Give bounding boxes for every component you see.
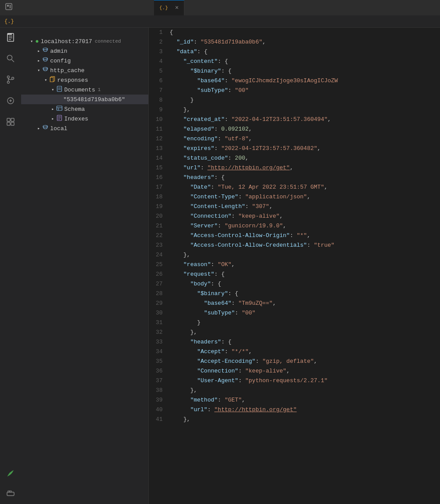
breadcrumb-icon: {.} [4,18,14,25]
sidebar-item-localhost[interactable]: ●localhost:27017connected [21,37,148,46]
active-tab[interactable]: {.} × [154,0,184,15]
code-line-3: "data": { [170,47,440,57]
line-number-30: 30 [156,308,163,318]
line-number-37: 37 [156,376,163,386]
search-icon[interactable] [4,52,17,65]
config-icon [42,57,48,65]
sidebar-item-indexes[interactable]: Indexes [21,114,148,124]
code-line-21: "Server": "gunicorn/19.9.0", [170,221,440,231]
line-number-14: 14 [156,153,163,163]
code-line-36: "Connection": "keep-alive", [170,366,440,376]
line-number-36: 36 [156,366,163,376]
code-line-9: }, [170,105,440,115]
localhost-badge: connected [95,39,121,44]
main-layout: ●localhost:27017connectedadminconfighttp… [0,28,440,504]
source-control-icon[interactable] [4,73,17,86]
title-bar: {.} × [0,0,440,15]
line-number-12: 12 [156,134,163,144]
line-number-13: 13 [156,144,163,153]
code-line-16: "headers": { [170,173,440,183]
breadcrumb-bar: {.} [0,15,440,28]
line-number-23: 23 [156,241,163,250]
code-line-6: "base64": "ewogICJhcmdzIjoge30sIAogICJoZ… [170,76,440,86]
admin-label: admin [50,48,67,55]
line-number-32: 32 [156,328,163,337]
code-line-22: "Access-Control-Allow-Origin": "*", [170,231,440,241]
sidebar-item-http_cache[interactable]: http_cache [21,66,148,75]
sidebar-item-admin[interactable]: admin [21,46,148,56]
line-number-4: 4 [156,57,163,66]
line-number-24: 24 [156,250,163,260]
line-number-9: 9 [156,105,163,115]
editor-area: 1234567891011121314151617181920212223242… [149,28,440,504]
admin-icon [42,47,48,55]
line-number-19: 19 [156,202,163,212]
svg-rect-1 [7,5,9,7]
schema-label: Schema [64,106,85,113]
code-content: { "_id": "535481d719aba0b6", "data": { "… [168,28,440,504]
sidebar-item-local[interactable]: local [21,124,148,133]
code-line-32: }, [170,328,440,337]
code-line-11: "elapsed": 0.092102, [170,124,440,134]
code-line-15: "url": "http://httpbin.org/get", [170,163,440,173]
sidebar-item-responses[interactable]: responses [21,75,148,85]
line-number-5: 5 [156,66,163,76]
code-line-39: "method": "GET", [170,395,440,405]
svg-point-26 [43,67,48,69]
extensions-icon[interactable] [4,116,17,128]
code-line-40: "url": "http://httpbin.org/get" [170,405,440,415]
code-line-20: "Connection": "keep-alive", [170,212,440,221]
documents-icon [56,86,62,94]
code-line-33: "headers": { [170,337,440,347]
code-line-5: "$binary": { [170,66,440,76]
code-line-19: "Content-Length": "307", [170,202,440,212]
code-line-27: "body": { [170,279,440,289]
sidebar-item-doc-id[interactable]: "535481d719aba0b6" [21,95,148,104]
activity-bar-bottom [4,467,17,504]
svg-rect-21 [7,492,14,496]
code-line-12: "encoding": "utf-8", [170,134,440,144]
docker-icon[interactable] [4,486,17,499]
schema-icon [56,105,62,113]
code-line-13: "expires": "2022-04-12T23:57:57.360482", [170,144,440,153]
sidebar-item-schema[interactable]: Schema [21,104,148,114]
svg-point-11 [7,81,10,84]
code-line-35: "Accept-Encoding": "gzip, deflate", [170,357,440,366]
tab-bar: {.} × [154,0,436,15]
code-line-18: "Content-Type": "application/json", [170,192,440,202]
line-number-31: 31 [156,318,163,328]
http_cache-icon [42,66,48,74]
localhost-label: localhost:27017 [40,38,92,45]
code-line-7: "subType": "00" [170,86,440,95]
code-line-24: }, [170,250,440,260]
line-number-21: 21 [156,221,163,231]
svg-rect-17 [7,118,10,121]
svg-line-9 [12,60,15,62]
indexes-label: Indexes [64,116,88,122]
activity-bar [0,28,21,504]
local-label: local [50,125,67,132]
sidebar-tree: ●localhost:27017connectedadminconfighttp… [21,37,148,133]
code-line-8: } [170,95,440,105]
sidebar-item-config[interactable]: config [21,56,148,66]
svg-rect-2 [10,5,11,8]
code-view[interactable]: 1234567891011121314151617181920212223242… [149,28,440,504]
code-line-37: "User-Agent": "python-requests/2.27.1" [170,376,440,386]
code-line-30: "subType": "00" [170,308,440,318]
line-number-3: 3 [156,47,163,57]
line-number-18: 18 [156,192,163,202]
code-line-14: "status_code": 200, [170,153,440,163]
debug-icon[interactable] [4,95,17,107]
tab-close-button[interactable]: × [175,4,179,11]
leaf-icon[interactable] [4,467,17,479]
sidebar-item-documents[interactable]: Documents1 [21,85,148,95]
line-number-15: 15 [156,163,163,173]
line-number-39: 39 [156,395,163,405]
line-number-1: 1 [156,28,163,37]
title-bar-left [4,2,154,13]
files-icon[interactable] [4,31,17,44]
indexes-icon [56,115,62,123]
svg-point-39 [43,125,48,127]
line-number-35: 35 [156,357,163,366]
line-number-33: 33 [156,337,163,347]
